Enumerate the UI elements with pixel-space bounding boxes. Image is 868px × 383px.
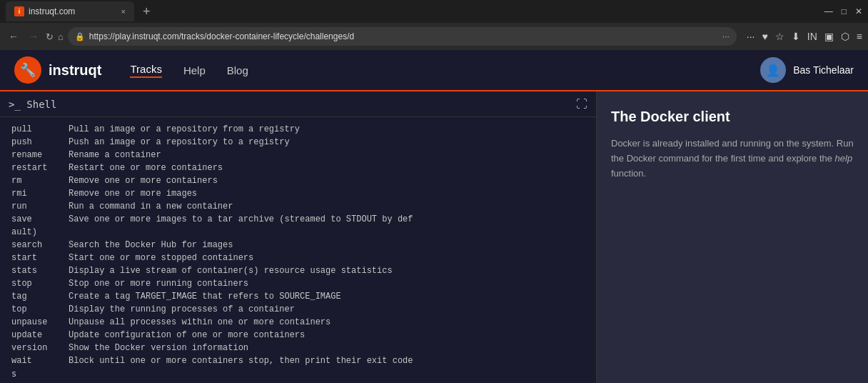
logo-icon-symbol: 🔧 xyxy=(20,62,36,78)
cmd-desc: Remove one or more containers xyxy=(69,174,218,187)
browser-heart-icon[interactable]: ♥ xyxy=(762,31,768,42)
cmd-name: stats xyxy=(11,264,69,277)
header-right: 👤 Bas Tichelaar xyxy=(760,57,854,83)
user-name: Bas Tichelaar xyxy=(793,64,854,76)
url-options-icon[interactable]: ··· xyxy=(722,31,730,41)
maximize-button[interactable]: □ xyxy=(842,6,847,16)
fullscreen-icon[interactable]: ⛶ xyxy=(576,98,587,111)
forward-button[interactable]: → xyxy=(26,29,41,44)
terminal-command-line: start Start one or more stopped containe… xyxy=(11,252,585,264)
cmd-desc: Unpause all processes within one or more… xyxy=(69,316,330,329)
logo-text: instruqt xyxy=(49,62,101,79)
cmd-desc: Remove one or more images xyxy=(69,187,197,200)
cmd-name: search xyxy=(11,239,69,252)
tab-label: instruqt.com xyxy=(29,6,75,16)
window-controls: — □ ✕ xyxy=(824,6,862,16)
cmd-name: run xyxy=(11,200,69,213)
info-text-italic: help xyxy=(835,153,853,164)
security-lock-icon: 🔒 xyxy=(75,32,85,41)
browser-actions: ··· ♥ ☆ ⬇ IN ▣ ⬡ ≡ xyxy=(747,31,862,42)
cmd-desc: Display the running processes of a conta… xyxy=(69,303,295,316)
cmd-name: rm xyxy=(11,174,69,187)
cmd-name: top xyxy=(11,303,69,316)
cmd-desc: Pull an image or a repository from a reg… xyxy=(69,123,300,136)
minimize-button[interactable]: — xyxy=(824,6,833,16)
terminal-command-line: update Update configuration of one or mo… xyxy=(11,329,585,342)
cmd-desc: Start one or more stopped containers xyxy=(69,252,253,264)
info-panel: The Docker client Docker is already inst… xyxy=(597,91,868,383)
cmd-name: save xyxy=(11,213,69,226)
tab-close-button[interactable]: × xyxy=(121,7,126,16)
active-tab[interactable]: i instruqt.com × xyxy=(6,1,134,21)
home-button[interactable]: ⌂ xyxy=(58,31,64,42)
cmd-desc: Show the Docker version information xyxy=(69,342,248,354)
info-title: The Docker client xyxy=(611,109,854,125)
cmd-name: update xyxy=(11,329,69,342)
cmd-desc: Stop one or more running containers xyxy=(69,277,248,290)
cmd-desc: Search the Docker Hub for images xyxy=(69,239,233,252)
browser-download-icon[interactable]: ⬇ xyxy=(792,31,800,42)
cmd-name: wait xyxy=(11,354,69,367)
nav-tracks[interactable]: Tracks xyxy=(130,63,161,78)
terminal-header: >_ Shell ⛶ xyxy=(0,91,596,117)
cmd-name: pull xyxy=(11,123,69,136)
cmd-desc: Run a command in a new container xyxy=(69,200,233,213)
browser-chrome: i instruqt.com × + — □ ✕ ← → ↻ ⌂ 🔒 https… xyxy=(0,0,868,50)
logo-area: 🔧 instruqt xyxy=(14,56,101,84)
refresh-button[interactable]: ↻ xyxy=(46,31,54,42)
cmd-name: push xyxy=(11,136,69,149)
terminal-command-line: save Save one or more images to a tar ar… xyxy=(11,213,585,226)
nav-help[interactable]: Help xyxy=(183,64,206,76)
cmd-name: restart xyxy=(11,161,69,174)
terminal-command-line: pull Pull an image or a repository from … xyxy=(11,123,585,136)
cmd-name: rmi xyxy=(11,187,69,200)
cmd-name: rename xyxy=(11,149,69,161)
browser-menu-icon[interactable]: ≡ xyxy=(857,31,862,42)
cmd-desc: Display a live stream of container(s) re… xyxy=(69,264,393,277)
main-nav: Tracks Help Blog xyxy=(130,63,248,78)
cmd-continuation: ault) xyxy=(11,226,69,239)
url-box[interactable]: 🔒 https://play.instruqt.com/tracks/docke… xyxy=(68,27,737,46)
cmd-name: tag xyxy=(11,290,69,303)
app-header: 🔧 instruqt Tracks Help Blog 👤 Bas Tichel… xyxy=(0,50,868,91)
new-tab-button[interactable]: + xyxy=(137,4,156,19)
logo-icon: 🔧 xyxy=(14,56,41,84)
terminal-command-line: wait Block until one or more containers … xyxy=(11,354,585,367)
info-text-part2: function. xyxy=(611,168,646,179)
terminal-command-line: push Push an image or a repository to a … xyxy=(11,136,585,149)
browser-monitor-icon[interactable]: ▣ xyxy=(824,31,834,42)
close-button[interactable]: ✕ xyxy=(855,6,862,16)
terminal-body[interactable]: pull Pull an image or a repository from … xyxy=(0,117,596,383)
browser-ext-icon[interactable]: ⬡ xyxy=(841,31,849,42)
browser-star-icon[interactable]: ☆ xyxy=(775,31,784,42)
terminal-command-line: unpause Unpause all processes within one… xyxy=(11,316,585,329)
cmd-name: start xyxy=(11,252,69,264)
cmd-name: unpause xyxy=(11,316,69,329)
browser-reader-icon[interactable]: IN xyxy=(807,31,817,42)
terminal-command-line: tag Create a tag TARGET_IMAGE that refer… xyxy=(11,290,585,303)
cmd-desc: Save one or more images to a tar archive… xyxy=(69,213,413,226)
info-text: Docker is already installed and running … xyxy=(611,136,854,181)
terminal-blank-line xyxy=(11,380,585,383)
cmd-desc: Create a tag TARGET_IMAGE that refers to… xyxy=(69,290,341,303)
terminal-command-line: rename Rename a container xyxy=(11,149,585,161)
nav-blog[interactable]: Blog xyxy=(227,64,248,76)
terminal-command-line: rm Remove one or more containers xyxy=(11,174,585,187)
cmd-desc: Block until one or more containers stop,… xyxy=(69,354,413,367)
address-bar: ← → ↻ ⌂ 🔒 https://play.instruqt.com/trac… xyxy=(0,23,868,50)
cmd-name: stop xyxy=(11,277,69,290)
terminal-command-line: stats Display a live stream of container… xyxy=(11,264,585,277)
back-button[interactable]: ← xyxy=(6,29,21,44)
terminal-command-line: search Search the Docker Hub for images xyxy=(11,239,585,252)
cmd-desc: Restart one or more containers xyxy=(69,161,223,174)
terminal-command-line: ault) xyxy=(11,226,585,239)
browser-dots-icon[interactable]: ··· xyxy=(747,31,755,42)
main-content: >_ Shell ⛶ pull Pull an image or a repos… xyxy=(0,91,868,383)
url-text: https://play.instruqt.com/tracks/docker-… xyxy=(89,31,718,41)
terminal-command-line: run Run a command in a new container xyxy=(11,200,585,213)
terminal-command-line: stop Stop one or more running containers xyxy=(11,277,585,290)
user-avatar: 👤 xyxy=(760,57,786,83)
terminal-command-line: restart Restart one or more containers xyxy=(11,161,585,174)
terminal-command-line: version Show the Docker version informat… xyxy=(11,342,585,354)
info-text-part1: Docker is already installed and running … xyxy=(611,138,854,164)
